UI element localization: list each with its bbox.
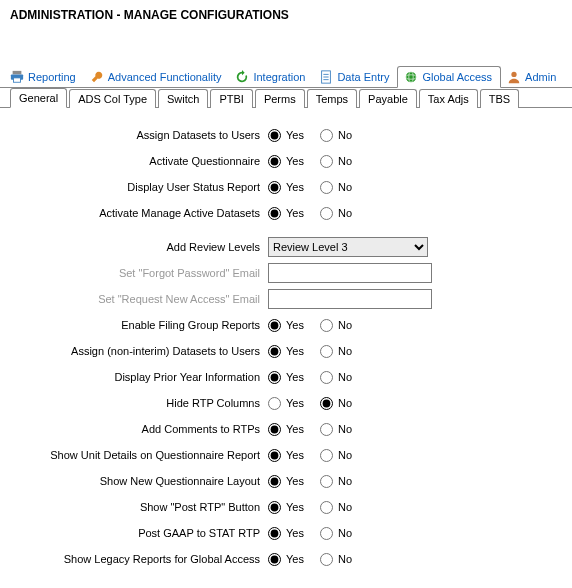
radio-label: Yes — [286, 371, 304, 383]
review-level-select[interactable]: Review Level 1Review Level 2Review Level… — [268, 237, 428, 257]
radio-input[interactable] — [320, 475, 333, 488]
radio-yes[interactable]: Yes — [268, 423, 304, 436]
radio-input[interactable] — [268, 449, 281, 462]
config-label: Show New Questionnaire Layout — [10, 475, 268, 487]
toolbar-item-admin[interactable]: Admin — [501, 67, 564, 87]
radio-group: YesNo — [268, 397, 362, 410]
tab-perms[interactable]: Perms — [255, 89, 305, 108]
forgot-input[interactable] — [268, 263, 432, 283]
config-row-assignNonInterim: Assign (non-interim) Datasets to UsersYe… — [10, 340, 562, 362]
radio-label: No — [338, 475, 352, 487]
radio-yes[interactable]: Yes — [268, 527, 304, 540]
radio-input[interactable] — [320, 553, 333, 566]
radio-yes[interactable]: Yes — [268, 181, 304, 194]
radio-input[interactable] — [268, 345, 281, 358]
toolbar-item-global-access[interactable]: Global Access — [397, 66, 501, 88]
radio-no[interactable]: No — [320, 423, 352, 436]
radio-yes[interactable]: Yes — [268, 371, 304, 384]
radio-input[interactable] — [268, 129, 281, 142]
radio-label: Yes — [286, 181, 304, 193]
radio-input[interactable] — [320, 129, 333, 142]
radio-input[interactable] — [320, 207, 333, 220]
radio-label: No — [338, 423, 352, 435]
radio-input[interactable] — [320, 449, 333, 462]
radio-group: YesNo — [268, 345, 362, 358]
tab-general[interactable]: General — [10, 88, 67, 108]
radio-label: No — [338, 553, 352, 565]
radio-input[interactable] — [320, 371, 333, 384]
radio-input[interactable] — [320, 181, 333, 194]
config-label: Assign (non-interim) Datasets to Users — [10, 345, 268, 357]
tab-tax-adjs[interactable]: Tax Adjs — [419, 89, 478, 108]
radio-input[interactable] — [268, 501, 281, 514]
radio-no[interactable]: No — [320, 155, 352, 168]
radio-input[interactable] — [268, 371, 281, 384]
radio-input[interactable] — [320, 155, 333, 168]
toolbar-label: Global Access — [422, 71, 492, 83]
radio-no[interactable]: No — [320, 527, 352, 540]
tab-tbs[interactable]: TBS — [480, 89, 519, 108]
config-row-activateManageActive: Activate Manage Active DatasetsYesNo — [10, 202, 562, 224]
radio-no[interactable]: No — [320, 449, 352, 462]
radio-input[interactable] — [268, 423, 281, 436]
tab-temps[interactable]: Temps — [307, 89, 357, 108]
radio-input[interactable] — [268, 397, 281, 410]
radio-yes[interactable]: Yes — [268, 397, 304, 410]
radio-label: No — [338, 181, 352, 193]
radio-no[interactable]: No — [320, 475, 352, 488]
radio-yes[interactable]: Yes — [268, 449, 304, 462]
radio-input[interactable] — [268, 319, 281, 332]
radio-no[interactable]: No — [320, 345, 352, 358]
radio-no[interactable]: No — [320, 319, 352, 332]
config-label: Display User Status Report — [10, 181, 268, 193]
tab-ads-col-type[interactable]: ADS Col Type — [69, 89, 156, 108]
radio-no[interactable]: No — [320, 181, 352, 194]
radio-input[interactable] — [268, 207, 281, 220]
toolbar-label: Reporting — [28, 71, 76, 83]
config-row-hideRTP: Hide RTP ColumnsYesNo — [10, 392, 562, 414]
radio-input[interactable] — [268, 155, 281, 168]
radio-input[interactable] — [320, 527, 333, 540]
config-label: Add Comments to RTPs — [10, 423, 268, 435]
radio-yes[interactable]: Yes — [268, 501, 304, 514]
radio-no[interactable]: No — [320, 553, 352, 566]
radio-input[interactable] — [268, 181, 281, 194]
config-label: Hide RTP Columns — [10, 397, 268, 409]
request-input[interactable] — [268, 289, 432, 309]
radio-yes[interactable]: Yes — [268, 475, 304, 488]
toolbar-item-integration[interactable]: Integration — [229, 67, 313, 87]
radio-input[interactable] — [268, 527, 281, 540]
radio-no[interactable]: No — [320, 207, 352, 220]
radio-yes[interactable]: Yes — [268, 155, 304, 168]
radio-input[interactable] — [268, 553, 281, 566]
tab-switch[interactable]: Switch — [158, 89, 208, 108]
radio-input[interactable] — [320, 423, 333, 436]
radio-no[interactable]: No — [320, 397, 352, 410]
radio-group: YesNo — [268, 129, 362, 142]
radio-label: No — [338, 319, 352, 331]
config-label: Assign Datasets to Users — [10, 129, 268, 141]
radio-yes[interactable]: Yes — [268, 345, 304, 358]
toolbar-item-data-entry[interactable]: Data Entry — [313, 67, 397, 87]
tab-ptbi[interactable]: PTBI — [210, 89, 252, 108]
radio-input[interactable] — [320, 319, 333, 332]
radio-input[interactable] — [268, 475, 281, 488]
svg-point-10 — [511, 72, 516, 77]
radio-yes[interactable]: Yes — [268, 207, 304, 220]
radio-input[interactable] — [320, 345, 333, 358]
radio-input[interactable] — [320, 501, 333, 514]
radio-yes[interactable]: Yes — [268, 319, 304, 332]
radio-no[interactable]: No — [320, 501, 352, 514]
toolbar-item-reporting[interactable]: Reporting — [4, 67, 84, 87]
config-row-showNewQuestionnaire: Show New Questionnaire LayoutYesNo — [10, 470, 562, 492]
tab-payable[interactable]: Payable — [359, 89, 417, 108]
radio-label: Yes — [286, 319, 304, 331]
radio-no[interactable]: No — [320, 129, 352, 142]
radio-input[interactable] — [320, 397, 333, 410]
radio-yes[interactable]: Yes — [268, 553, 304, 566]
radio-label: Yes — [286, 397, 304, 409]
radio-no[interactable]: No — [320, 371, 352, 384]
radio-yes[interactable]: Yes — [268, 129, 304, 142]
page-title: ADMINISTRATION - MANAGE CONFIGURATIONS — [0, 8, 572, 22]
toolbar-item-advanced-functionality[interactable]: Advanced Functionality — [84, 67, 230, 87]
